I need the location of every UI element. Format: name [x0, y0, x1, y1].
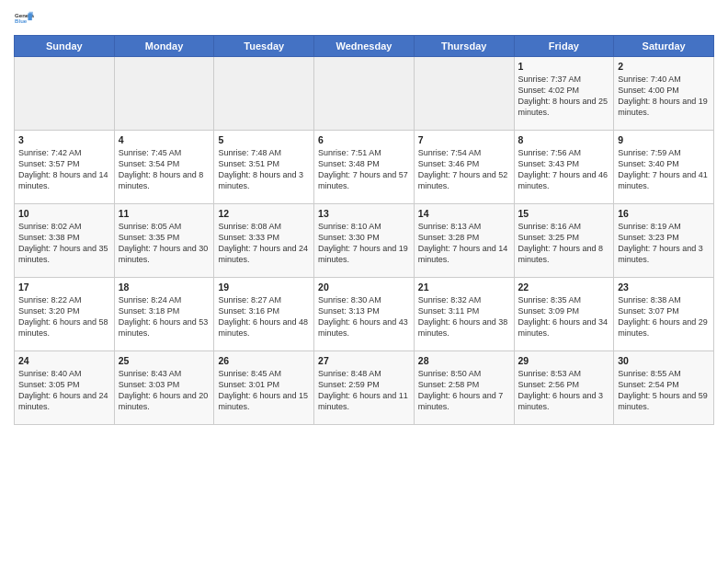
day-info: Sunrise: 8:40 AM Sunset: 3:05 PM Dayligh… — [18, 368, 110, 413]
weekday-header-tuesday: Tuesday — [214, 36, 314, 57]
day-number: 20 — [318, 282, 410, 293]
day-cell: 12Sunrise: 8:08 AM Sunset: 3:33 PM Dayli… — [214, 204, 314, 278]
day-number: 30 — [618, 355, 710, 366]
day-info: Sunrise: 8:10 AM Sunset: 3:30 PM Dayligh… — [318, 221, 410, 266]
day-info: Sunrise: 8:55 AM Sunset: 2:54 PM Dayligh… — [618, 368, 710, 413]
day-info: Sunrise: 8:30 AM Sunset: 3:13 PM Dayligh… — [318, 294, 410, 339]
svg-marker-3 — [29, 12, 33, 17]
page: General Blue SundayMondayTuesdayWednesda… — [0, 0, 728, 563]
day-info: Sunrise: 7:59 AM Sunset: 3:40 PM Dayligh… — [618, 147, 710, 192]
day-number: 24 — [18, 355, 110, 366]
weekday-header-saturday: Saturday — [614, 36, 714, 57]
day-info: Sunrise: 8:24 AM Sunset: 3:18 PM Dayligh… — [119, 294, 210, 339]
day-info: Sunrise: 7:42 AM Sunset: 3:57 PM Dayligh… — [18, 147, 110, 192]
day-number: 15 — [518, 208, 610, 219]
day-info: Sunrise: 8:02 AM Sunset: 3:38 PM Dayligh… — [18, 221, 110, 266]
day-info: Sunrise: 8:32 AM Sunset: 3:11 PM Dayligh… — [418, 294, 510, 339]
svg-text:Blue: Blue — [15, 18, 28, 24]
day-cell: 13Sunrise: 8:10 AM Sunset: 3:30 PM Dayli… — [314, 204, 415, 278]
day-cell: 3Sunrise: 7:42 AM Sunset: 3:57 PM Daylig… — [15, 131, 115, 204]
day-cell: 18Sunrise: 8:24 AM Sunset: 3:18 PM Dayli… — [114, 278, 214, 351]
day-number: 9 — [618, 134, 710, 145]
weekday-header-thursday: Thursday — [414, 36, 514, 57]
day-cell: 20Sunrise: 8:30 AM Sunset: 3:13 PM Dayli… — [314, 278, 415, 351]
day-info: Sunrise: 8:22 AM Sunset: 3:20 PM Dayligh… — [18, 294, 110, 339]
day-cell: 16Sunrise: 8:19 AM Sunset: 3:23 PM Dayli… — [614, 204, 714, 278]
day-cell: 6Sunrise: 7:51 AM Sunset: 3:48 PM Daylig… — [314, 131, 415, 204]
day-info: Sunrise: 8:50 AM Sunset: 2:58 PM Dayligh… — [418, 368, 510, 413]
day-number: 10 — [18, 208, 110, 219]
day-cell: 9Sunrise: 7:59 AM Sunset: 3:40 PM Daylig… — [614, 131, 714, 204]
day-cell: 28Sunrise: 8:50 AM Sunset: 2:58 PM Dayli… — [414, 351, 514, 425]
day-cell: 4Sunrise: 7:45 AM Sunset: 3:54 PM Daylig… — [114, 131, 214, 204]
day-cell: 24Sunrise: 8:40 AM Sunset: 3:05 PM Dayli… — [15, 351, 115, 425]
day-number: 11 — [119, 208, 210, 219]
day-number: 25 — [119, 355, 210, 366]
calendar-table: SundayMondayTuesdayWednesdayThursdayFrid… — [14, 35, 714, 425]
day-number: 5 — [218, 134, 310, 145]
day-cell: 10Sunrise: 8:02 AM Sunset: 3:38 PM Dayli… — [15, 204, 115, 278]
day-number: 1 — [518, 61, 610, 72]
week-row-3: 10Sunrise: 8:02 AM Sunset: 3:38 PM Dayli… — [15, 204, 714, 278]
weekday-header-friday: Friday — [514, 36, 614, 57]
day-number: 26 — [218, 355, 310, 366]
day-number: 18 — [119, 282, 210, 293]
header: General Blue — [14, 9, 714, 29]
day-cell: 2Sunrise: 7:40 AM Sunset: 4:00 PM Daylig… — [614, 57, 714, 131]
day-cell: 7Sunrise: 7:54 AM Sunset: 3:46 PM Daylig… — [414, 131, 514, 204]
day-info: Sunrise: 8:16 AM Sunset: 3:25 PM Dayligh… — [518, 221, 610, 266]
day-info: Sunrise: 8:45 AM Sunset: 3:01 PM Dayligh… — [218, 368, 310, 413]
weekday-header-sunday: Sunday — [15, 36, 115, 57]
day-number: 4 — [119, 134, 210, 145]
day-info: Sunrise: 8:19 AM Sunset: 3:23 PM Dayligh… — [618, 221, 710, 266]
day-info: Sunrise: 8:05 AM Sunset: 3:35 PM Dayligh… — [119, 221, 210, 266]
day-info: Sunrise: 8:27 AM Sunset: 3:16 PM Dayligh… — [218, 294, 310, 339]
day-number: 23 — [618, 282, 710, 293]
day-cell: 27Sunrise: 8:48 AM Sunset: 2:59 PM Dayli… — [314, 351, 415, 425]
day-cell: 26Sunrise: 8:45 AM Sunset: 3:01 PM Dayli… — [214, 351, 314, 425]
day-number: 6 — [318, 134, 410, 145]
day-info: Sunrise: 8:35 AM Sunset: 3:09 PM Dayligh… — [518, 294, 610, 339]
day-number: 17 — [18, 282, 110, 293]
day-number: 16 — [618, 208, 710, 219]
day-info: Sunrise: 8:43 AM Sunset: 3:03 PM Dayligh… — [119, 368, 210, 413]
day-info: Sunrise: 7:54 AM Sunset: 3:46 PM Dayligh… — [418, 147, 510, 192]
day-cell: 14Sunrise: 8:13 AM Sunset: 3:28 PM Dayli… — [414, 204, 514, 278]
day-cell: 19Sunrise: 8:27 AM Sunset: 3:16 PM Dayli… — [214, 278, 314, 351]
day-info: Sunrise: 7:45 AM Sunset: 3:54 PM Dayligh… — [119, 147, 210, 192]
weekday-header-monday: Monday — [114, 36, 214, 57]
day-info: Sunrise: 7:51 AM Sunset: 3:48 PM Dayligh… — [318, 147, 410, 192]
day-number: 14 — [418, 208, 510, 219]
weekday-header-row: SundayMondayTuesdayWednesdayThursdayFrid… — [15, 36, 714, 57]
day-number: 8 — [518, 134, 610, 145]
day-cell — [314, 57, 415, 131]
day-number: 19 — [218, 282, 310, 293]
day-number: 21 — [418, 282, 510, 293]
day-info: Sunrise: 8:13 AM Sunset: 3:28 PM Dayligh… — [418, 221, 510, 266]
day-cell: 29Sunrise: 8:53 AM Sunset: 2:56 PM Dayli… — [514, 351, 614, 425]
day-cell: 22Sunrise: 8:35 AM Sunset: 3:09 PM Dayli… — [514, 278, 614, 351]
day-cell: 30Sunrise: 8:55 AM Sunset: 2:54 PM Dayli… — [614, 351, 714, 425]
day-info: Sunrise: 8:48 AM Sunset: 2:59 PM Dayligh… — [318, 368, 410, 413]
day-cell: 21Sunrise: 8:32 AM Sunset: 3:11 PM Dayli… — [414, 278, 514, 351]
logo-icon: General Blue — [14, 9, 34, 29]
day-number: 12 — [218, 208, 310, 219]
day-cell: 8Sunrise: 7:56 AM Sunset: 3:43 PM Daylig… — [514, 131, 614, 204]
day-info: Sunrise: 8:38 AM Sunset: 3:07 PM Dayligh… — [618, 294, 710, 339]
day-number: 27 — [318, 355, 410, 366]
day-cell: 1Sunrise: 7:37 AM Sunset: 4:02 PM Daylig… — [514, 57, 614, 131]
day-info: Sunrise: 7:40 AM Sunset: 4:00 PM Dayligh… — [618, 74, 710, 119]
day-number: 2 — [618, 61, 710, 72]
week-row-4: 17Sunrise: 8:22 AM Sunset: 3:20 PM Dayli… — [15, 278, 714, 351]
day-cell — [114, 57, 214, 131]
day-info: Sunrise: 8:08 AM Sunset: 3:33 PM Dayligh… — [218, 221, 310, 266]
week-row-1: 1Sunrise: 7:37 AM Sunset: 4:02 PM Daylig… — [15, 57, 714, 131]
day-number: 22 — [518, 282, 610, 293]
day-cell: 15Sunrise: 8:16 AM Sunset: 3:25 PM Dayli… — [514, 204, 614, 278]
day-cell — [414, 57, 514, 131]
day-number: 29 — [518, 355, 610, 366]
day-cell: 11Sunrise: 8:05 AM Sunset: 3:35 PM Dayli… — [114, 204, 214, 278]
day-cell — [15, 57, 115, 131]
day-cell — [214, 57, 314, 131]
week-row-5: 24Sunrise: 8:40 AM Sunset: 3:05 PM Dayli… — [15, 351, 714, 425]
